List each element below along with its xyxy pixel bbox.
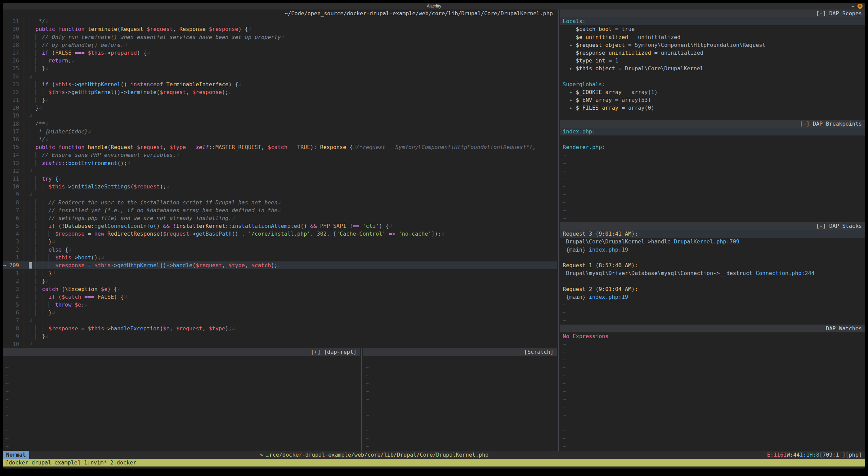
code-editor[interactable]: 31 │ ▏ */↲30 │ ▏ public function termina… xyxy=(3,17,557,348)
code-line: 13 │ ▏ ▏ static::bootEnvironment();↲ xyxy=(3,159,557,167)
text-segment: { xyxy=(52,176,58,182)
line-number: 3 xyxy=(3,285,19,293)
line-number: 6 xyxy=(3,214,19,222)
line-number: 16 xyxy=(3,135,19,143)
text-segment: \Exception xyxy=(65,286,97,292)
close-button[interactable]: × xyxy=(857,4,863,9)
panel-row: No Expressions xyxy=(560,332,865,340)
text-segment xyxy=(573,97,576,103)
text-segment: ↲ xyxy=(117,286,121,292)
text-segment xyxy=(133,144,137,150)
text-segment xyxy=(359,223,363,229)
window-separator xyxy=(557,10,560,451)
text-segment: :: xyxy=(225,223,232,229)
empty-buffer-line: ~ xyxy=(363,411,557,419)
text-segment: ▏ ▏ ▏ xyxy=(32,262,55,269)
dap-watches-header[interactable]: DAP Watches xyxy=(560,325,865,332)
text-segment: public xyxy=(35,26,55,32)
text-segment: ~ xyxy=(563,427,566,434)
text-segment: int xyxy=(595,57,605,64)
line-number: 18 xyxy=(3,120,19,128)
scratch-content[interactable]: ~~~~~~~~~~~ xyxy=(363,356,557,450)
minimize-button[interactable]: – xyxy=(852,4,854,8)
winbar-file-path: ~/Code/open_source/docker-drupal-example… xyxy=(285,10,553,17)
text-segment: │ xyxy=(19,333,29,340)
text-segment: │ xyxy=(19,278,29,284)
text-segment: ! xyxy=(61,223,65,229)
text-segment: index.php:19 xyxy=(589,294,628,300)
text-segment: ~ xyxy=(563,420,566,426)
text-segment: :: xyxy=(61,160,68,166)
line-number: 7 xyxy=(3,316,19,324)
code-line: 14 │ ▏ ▏ // Ensure sane PHP environment … xyxy=(3,151,557,159)
text-segment: else xyxy=(49,246,62,253)
text-segment: ~ xyxy=(563,412,566,418)
text-segment: prepared xyxy=(111,50,137,56)
text-segment: ( xyxy=(55,294,61,300)
text-segment: │ xyxy=(19,309,29,316)
dap-stacks-header[interactable]: [-] DAP Stacks xyxy=(560,222,865,230)
text-segment xyxy=(602,89,605,95)
text-segment: │ xyxy=(19,286,29,292)
text-segment: = xyxy=(612,26,622,32)
panel-row: Locals: xyxy=(560,17,865,25)
empty-buffer-line: ~ xyxy=(3,427,360,435)
text-segment: () xyxy=(232,231,241,237)
text-segment: , xyxy=(169,325,176,332)
text-segment: 'no-cache' xyxy=(399,231,431,237)
tmux-window-nvim[interactable]: 1:nvim* xyxy=(84,459,107,466)
code-line: 31 │ ▏ */↲ xyxy=(3,17,557,25)
text-segment: ~ xyxy=(366,364,369,371)
scratch-window[interactable]: [Scratch] ~~~~~~~~~~~ xyxy=(363,348,557,451)
code-line: 12 │ ↲ xyxy=(3,167,557,175)
text-segment: ▏ ▏ xyxy=(29,333,42,340)
text-segment: │ xyxy=(19,238,29,245)
blank-line xyxy=(560,254,865,261)
dap-breakpoints-header[interactable]: [-] DAP Breakpoints xyxy=(560,120,865,128)
text-segment: ▏ ▏ ▏ xyxy=(29,215,49,221)
text-segment: ~ xyxy=(563,349,566,355)
empty-buffer-line: ~ xyxy=(560,364,865,371)
text-segment: } xyxy=(42,65,46,72)
text-segment: (); xyxy=(117,160,127,166)
text-segment: , xyxy=(163,144,169,150)
text-segment: (); xyxy=(91,254,101,261)
text-segment: ~ xyxy=(366,372,369,379)
text-segment: │ xyxy=(19,191,29,198)
text-segment: -> xyxy=(104,325,111,332)
text-segment: ↲ xyxy=(45,65,49,72)
text-segment: $request xyxy=(160,89,186,95)
text-segment: $request xyxy=(576,42,602,48)
text-segment: Locals: xyxy=(563,18,585,24)
dap-repl-window[interactable]: [+] [dap-repl] ~~~~~~~~~~~ xyxy=(3,348,360,451)
edit-icon: ✎ xyxy=(260,452,264,458)
statusline-file: ✎ …rce/docker-drupal-example/web/core/li… xyxy=(260,451,489,459)
text-segment xyxy=(599,105,602,111)
dap-scopes-header[interactable]: [-] DAP Scopes xyxy=(560,10,865,17)
text-segment: ↲ xyxy=(29,191,32,198)
text-segment: ~ xyxy=(563,364,566,371)
line-number: 27 xyxy=(3,49,19,57)
text-segment: ~ xyxy=(563,396,566,402)
empty-buffer-line: ~ xyxy=(560,403,865,411)
dap-repl-content[interactable]: ~~~~~~~~~~~ xyxy=(3,356,360,450)
text-segment: { xyxy=(346,144,353,150)
text-segment: FALSE xyxy=(97,294,114,300)
text-segment: ▏ ▏ ▏ xyxy=(29,238,49,245)
text-segment: │ xyxy=(19,231,29,237)
text-segment: 302 xyxy=(317,231,327,237)
text-segment xyxy=(104,231,108,237)
window-separator xyxy=(360,348,363,451)
text-segment: function xyxy=(58,26,85,32)
text-segment: ~ xyxy=(563,207,566,214)
text-segment: │ xyxy=(19,341,29,347)
code-line: 9 │ ↲ xyxy=(3,190,557,198)
empty-buffer-line: ~ xyxy=(560,183,865,190)
text-segment: E:1161 xyxy=(767,452,787,458)
code-line: 5 │ ▏ ▏ ▏ ▏ throw $e;↲ xyxy=(3,301,557,309)
text-segment: ( xyxy=(107,144,111,150)
text-segment: │ xyxy=(19,97,29,103)
dap-sidebar[interactable]: [-] DAP ScopesLocals: $catch bool = true… xyxy=(560,10,865,451)
text-segment: ~ xyxy=(366,420,369,426)
tmux-window-docker[interactable]: 2:docker- xyxy=(110,459,140,466)
